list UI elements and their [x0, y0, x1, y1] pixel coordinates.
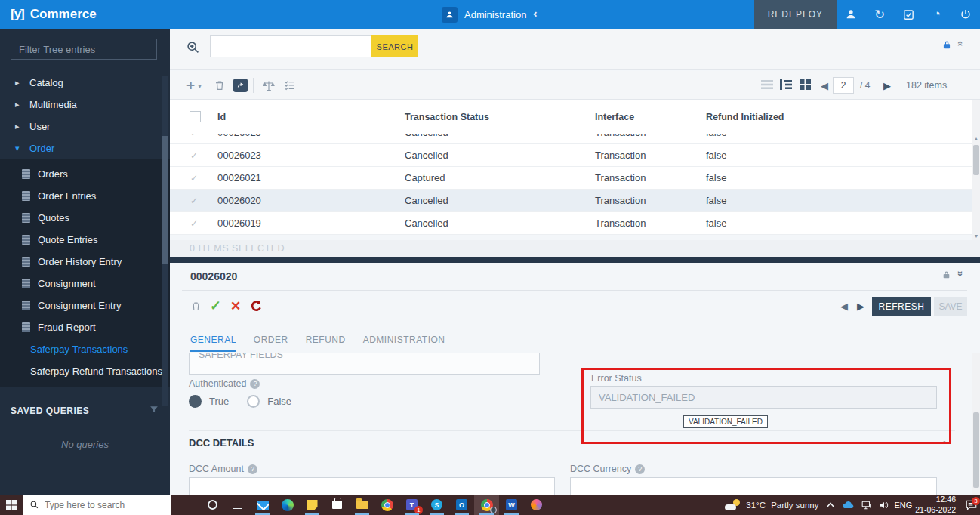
error-status-input[interactable]: VALIDATION_FAILED [590, 386, 937, 409]
compare-items-button[interactable] [262, 71, 276, 100]
sidebar-item-quotes[interactable]: Quotes [0, 207, 170, 229]
dcc-currency-input[interactable] [570, 477, 937, 495]
radio-true-selected[interactable] [189, 395, 202, 408]
create-item-button[interactable]: + ▾ [186, 71, 202, 100]
select-all-checkbox[interactable] [190, 111, 201, 122]
sidebar-item-fraud-report[interactable]: Fraud Report [0, 316, 170, 338]
table-row-selected[interactable]: ✓ 00026020 Cancelled Transaction false [170, 190, 972, 212]
tab-administration[interactable]: ADMINISTRATION [363, 326, 445, 353]
sidebar-item-order-entries[interactable]: Order Entries [0, 185, 170, 207]
column-header-id[interactable]: Id [217, 112, 405, 122]
sidebar-item-consignment-entry[interactable]: Consignment Entry [0, 295, 170, 316]
tasks-icon[interactable] [894, 0, 923, 29]
history-icon[interactable]: ◔ [923, 0, 951, 29]
taskbar-search-input[interactable] [45, 500, 158, 510]
sidebar-item-quote-entries[interactable]: Quote Entries [0, 229, 170, 251]
tree-filter-input[interactable] [11, 39, 157, 60]
scrollbar-thumb[interactable] [973, 145, 979, 175]
chrome-icon[interactable] [374, 495, 399, 515]
column-header-transaction-status[interactable]: Transaction Status [405, 112, 595, 122]
sticky-notes-icon[interactable] [300, 495, 325, 515]
column-header-interface[interactable]: Interface [595, 112, 706, 122]
sidebar-item-order-history-entry[interactable]: Order History Entry [0, 251, 170, 273]
perspective-selector[interactable]: Administration ⌃︎ [442, 0, 542, 29]
search-button[interactable]: SEARCH [371, 35, 418, 57]
logout-icon[interactable] [951, 0, 980, 29]
processes-icon[interactable]: ↻ [865, 0, 894, 29]
sidebar-item-catalog[interactable]: ▸ Catalog [0, 72, 170, 94]
dcc-amount-input[interactable] [189, 477, 555, 495]
delete-item-button[interactable] [214, 71, 226, 100]
help-icon[interactable]: ? [250, 379, 260, 389]
column-header-refund-initialized[interactable]: Refund Initialized [706, 112, 972, 122]
validation-error-icon[interactable]: ✕ [230, 291, 241, 321]
start-button[interactable] [0, 495, 23, 515]
microsoft-store-icon[interactable] [325, 495, 350, 515]
previous-page-icon[interactable]: ◀ [821, 71, 828, 100]
user-icon[interactable] [837, 0, 865, 29]
next-object-icon[interactable]: ▶ [857, 291, 864, 321]
delete-object-button[interactable] [190, 291, 202, 321]
show-hidden-icons-chevron[interactable] [826, 502, 835, 508]
collapse-panel-icon[interactable]: « [955, 41, 966, 46]
clock-widget[interactable]: 12:46 21-06-2022 [915, 495, 956, 514]
help-icon[interactable]: ? [635, 464, 645, 474]
lock-icon[interactable] [941, 39, 952, 54]
scrollbar-thumb[interactable] [162, 136, 168, 264]
volume-icon[interactable] [879, 501, 889, 510]
search-input[interactable] [210, 35, 371, 57]
tree-view-icon[interactable] [780, 79, 792, 93]
sidebar-item-order[interactable]: ▾ Order [0, 137, 170, 159]
grid-view-icon[interactable] [800, 79, 811, 93]
weather-widget[interactable]: 31°C Partly sunny [725, 499, 818, 510]
panel-divider[interactable] [170, 257, 980, 263]
previous-object-icon[interactable]: ◀ [840, 291, 848, 321]
save-button[interactable]: SAVE [934, 297, 967, 316]
task-view-icon[interactable] [225, 495, 250, 515]
file-explorer-icon[interactable] [350, 495, 374, 515]
sidebar-item-user[interactable]: ▸ User [0, 116, 170, 137]
onedrive-icon[interactable] [842, 501, 855, 509]
sidebar-item-saferpay-transactions[interactable]: Saferpay Transactions [0, 338, 170, 360]
chrome-profile-icon[interactable] [474, 495, 499, 515]
word-icon[interactable]: W [499, 495, 524, 515]
tree-scrollbar[interactable] [162, 76, 168, 406]
teams-icon[interactable]: T 1 [399, 495, 424, 515]
bulk-edit-button[interactable] [283, 71, 297, 100]
table-row[interactable]: ✓ 00026019 Cancelled Transaction false [170, 212, 972, 235]
filter-funnel-icon[interactable] [149, 404, 159, 418]
tab-refund[interactable]: REFUND [306, 326, 346, 353]
sidebar-item-multimedia[interactable]: ▸ Multimedia [0, 94, 170, 116]
network-icon[interactable] [861, 501, 872, 510]
taskbar-search-box[interactable] [23, 495, 171, 515]
lock-icon[interactable] [941, 270, 951, 283]
tab-general[interactable]: GENERAL [190, 326, 236, 353]
action-center-icon[interactable]: 3 [962, 495, 980, 515]
mail-icon[interactable] [250, 495, 275, 515]
paint-icon[interactable] [524, 495, 549, 515]
redeploy-button[interactable]: REDEPLOY [754, 0, 837, 29]
help-icon[interactable]: ? [248, 464, 257, 474]
editor-scrollbar[interactable]: ▲ [972, 346, 980, 495]
scrollbar-thumb[interactable] [973, 412, 979, 488]
page-number-input[interactable]: 2 [833, 77, 854, 94]
next-page-icon[interactable]: ▶ [883, 71, 891, 100]
list-view-icon[interactable] [761, 79, 773, 93]
table-scrollbar[interactable]: ▲ ▼ [972, 100, 980, 240]
undo-changes-icon[interactable] [249, 291, 263, 321]
table-row[interactable]: ✓ 00026023 Cancelled Transaction false [170, 144, 972, 167]
outlook-icon[interactable]: O [449, 495, 474, 515]
table-row[interactable]: ✓ 00026021 Captured Transaction false [170, 167, 972, 190]
advanced-search-icon[interactable] [185, 39, 202, 59]
validation-ok-icon[interactable]: ✓ [210, 291, 221, 321]
table-row[interactable]: ✓ 00026025 Cancelled Transaction false [170, 134, 972, 144]
collapse-editor-icon[interactable]: « [954, 271, 965, 276]
tab-order[interactable]: ORDER [254, 326, 288, 353]
radio-false[interactable] [247, 395, 260, 408]
sidebar-item-consignment[interactable]: Consignment [0, 273, 170, 295]
skype-icon[interactable]: S [424, 495, 449, 515]
sidebar-item-orders[interactable]: Orders [0, 163, 170, 185]
refresh-button[interactable]: REFRESH [872, 297, 931, 316]
export-csv-button[interactable] [233, 71, 248, 100]
language-indicator[interactable]: ENG [894, 501, 912, 510]
